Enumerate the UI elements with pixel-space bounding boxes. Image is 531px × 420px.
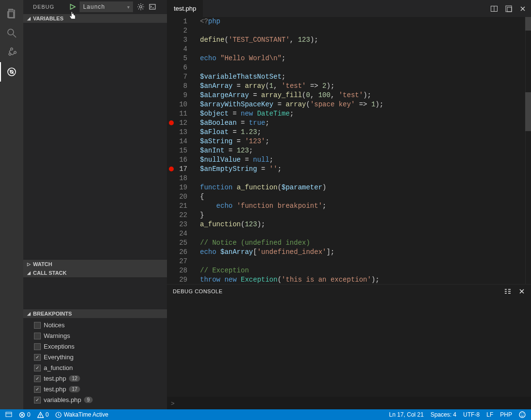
editor-pane: test.php 1234567891011121314151617181920… [167,0,531,409]
debug-sidebar-header: DEBUG Launch [23,0,167,14]
breakpoint-checkbox[interactable] [34,333,41,339]
watch-section-label: WATCH [33,261,52,267]
debug-config-select[interactable]: Launch [80,1,133,12]
breakpoint-label: Everything [44,353,73,361]
status-eol[interactable]: LF [485,411,495,418]
breakpoint-checkbox[interactable] [34,322,41,329]
breakpoint-item[interactable]: Warnings [23,331,167,341]
callstack-section-body [23,277,167,309]
breakpoint-item[interactable]: test.php17 [23,384,167,395]
svg-rect-12 [506,6,512,12]
chevron-down-icon: ◢ [25,16,32,21]
chevron-down-icon: ◢ [25,270,32,275]
svg-point-21 [521,414,522,415]
source-control-icon[interactable] [0,43,23,62]
breakpoints-section-header[interactable]: ◢ BREAKPOINTS [23,309,167,318]
chevron-down-icon: ◢ [25,311,32,316]
breakpoint-label: test.php [44,375,66,382]
breakpoint-checkbox[interactable] [34,386,41,393]
close-editor-button[interactable] [519,5,526,12]
split-editor-button[interactable] [490,5,498,13]
chevron-right-icon: ▷ [25,262,32,267]
minimap[interactable] [525,17,531,284]
breakpoint-item[interactable]: Notices [23,320,167,331]
line-number-gutter: 1234567891011121314151617181920212223242… [176,17,196,284]
breakpoint-checkbox[interactable] [34,397,41,403]
debug-console-title: DEBUG CONSOLE [173,288,222,294]
more-actions-button[interactable] [505,5,513,13]
breakpoint-item[interactable]: a_function [23,363,167,373]
breakpoint-item[interactable]: Exceptions [23,341,167,352]
breakpoint-label: variables.php [44,396,81,403]
watch-section-header[interactable]: ▷ WATCH [23,260,167,269]
breakpoint-item[interactable]: test.php12 [23,373,167,384]
breakpoint-glyph[interactable] [169,167,174,171]
debug-sidebar: DEBUG Launch ◢ VARIABLES ▷ WATCH ◢ [23,0,167,409]
status-errors[interactable]: 0 [17,411,32,418]
status-indentation[interactable]: Spaces: 4 [429,411,458,418]
editor-tab[interactable]: test.php [167,0,203,17]
svg-rect-13 [507,7,512,12]
status-cursor-position[interactable]: Ln 17, Col 21 [388,411,425,418]
breakpoint-label: Notices [44,321,65,329]
breakpoints-section-label: BREAKPOINTS [33,311,72,317]
breakpoint-checkbox[interactable] [34,343,41,350]
debug-console-panel: DEBUG CONSOLE > [167,284,531,409]
explorer-icon[interactable] [0,4,23,23]
breakpoint-line-badge: 17 [69,386,80,392]
debug-settings-button[interactable] [137,3,145,11]
breakpoint-checkbox[interactable] [34,365,41,371]
editor-body[interactable]: 1234567891011121314151617181920212223242… [167,17,531,284]
debug-icon[interactable] [0,62,23,82]
code-content[interactable]: <?phpdefine('TEST_CONSTANT', 123);echo "… [196,17,531,284]
svg-point-18 [40,416,40,417]
remote-indicator[interactable] [4,411,14,418]
variables-section-label: VARIABLES [33,16,64,21]
svg-point-22 [523,414,524,415]
sidebar-title: DEBUG [33,4,54,10]
status-encoding[interactable]: UTF-8 [462,411,481,418]
breakpoint-item[interactable]: Everything [23,352,167,363]
status-bar: 0 0 WakaTime Active Ln 17, Col 21 Spaces… [0,409,531,420]
status-wakatime[interactable]: WakaTime Active [54,411,110,418]
editor-tabstrip: test.php [167,0,531,17]
breakpoint-line-badge: 9 [84,397,93,403]
debug-console-clear-button[interactable] [504,287,512,295]
breakpoint-label: Exceptions [44,343,75,350]
status-feedback-button[interactable] [517,411,527,418]
variables-section-header[interactable]: ◢ VARIABLES [23,14,167,23]
breakpoint-label: test.php [44,386,66,393]
debug-console-body [167,298,531,397]
debug-console-input[interactable]: > [167,397,531,409]
start-debug-button[interactable] [69,3,76,10]
breakpoint-glyph[interactable] [169,120,174,125]
breakpoint-line-badge: 12 [69,375,80,382]
search-icon[interactable] [0,23,23,43]
svg-rect-14 [6,412,12,417]
svg-point-0 [8,29,14,35]
callstack-section-label: CALL STACK [33,270,66,276]
variables-section-body [23,23,167,260]
status-warnings[interactable]: 0 [36,411,50,418]
glyph-margin[interactable] [167,17,176,284]
callstack-section-header[interactable]: ◢ CALL STACK [23,269,167,277]
breakpoint-label: Warnings [44,332,70,339]
open-debug-console-button[interactable] [149,3,156,11]
breakpoint-checkbox[interactable] [34,375,41,382]
breakpoints-section-body: NoticesWarningsExceptionsEverythinga_fun… [23,318,167,409]
svg-point-20 [519,412,525,418]
status-language[interactable]: PHP [498,411,514,418]
activity-bar [0,0,23,409]
debug-console-close-button[interactable] [518,288,525,295]
svg-line-1 [13,34,16,37]
breakpoint-checkbox[interactable] [34,354,41,361]
svg-rect-9 [149,4,155,9]
breakpoint-label: a_function [44,364,73,371]
svg-point-8 [140,6,142,8]
breakpoint-item[interactable]: variables.php9 [23,395,167,405]
